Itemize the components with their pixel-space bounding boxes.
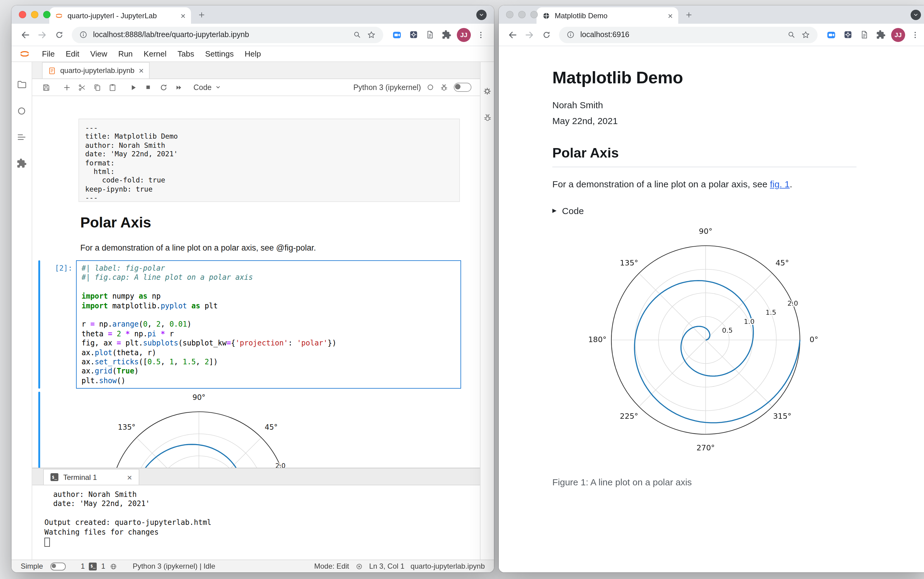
terminal-panel: Terminal 1 × author: Norah Smith date: '… bbox=[32, 468, 480, 559]
terminals-count[interactable]: 1 bbox=[80, 562, 85, 571]
cell-collapser[interactable] bbox=[38, 260, 40, 389]
cut-cell-button[interactable] bbox=[74, 80, 90, 95]
file-browser-icon[interactable] bbox=[16, 79, 27, 90]
toolbar-toggle-switch[interactable] bbox=[454, 83, 471, 92]
raw-yaml-cell[interactable]: --- title: Matplotlib Demo author: Norah… bbox=[78, 119, 460, 202]
add-cell-button[interactable] bbox=[59, 80, 74, 95]
rendered-document[interactable]: Matplotlib Demo Norah Smith May 22nd, 20… bbox=[499, 46, 924, 572]
menu-help[interactable]: Help bbox=[239, 49, 267, 58]
reload-button[interactable] bbox=[52, 27, 66, 42]
interrupt-kernel-button[interactable] bbox=[141, 80, 156, 95]
jupyterlab-menubar: FileEditViewRunKernelTabsSettingsHelp bbox=[11, 46, 494, 62]
browser-toolbar: localhost:8888/lab/tree/quarto-jupyterla… bbox=[11, 24, 494, 46]
kernel-name[interactable]: Python 3 (ipykernel) bbox=[353, 83, 421, 92]
browser-tab-jupyterlab[interactable]: quarto-jupyterl - JupyterLab × bbox=[49, 7, 191, 24]
copy-cell-button[interactable] bbox=[90, 80, 105, 95]
menu-tabs[interactable]: Tabs bbox=[172, 49, 200, 58]
yaml-frontmatter-text: --- title: Matplotlib Demo author: Norah… bbox=[85, 123, 453, 202]
bookmark-star-icon[interactable] bbox=[801, 30, 810, 39]
running-kernels-icon[interactable] bbox=[16, 106, 27, 116]
zoom-window-button[interactable] bbox=[530, 11, 538, 18]
save-button[interactable] bbox=[38, 80, 54, 95]
new-tab-button[interactable] bbox=[193, 7, 209, 23]
menu-run[interactable]: Run bbox=[113, 49, 138, 58]
preview-browser-window: Matplotlib Demo × localhost:6916 JJ bbox=[499, 5, 924, 572]
kernels-count[interactable]: 1 bbox=[101, 562, 105, 571]
terminal-status-text: Watching files for changes bbox=[44, 528, 480, 537]
kernel-status-icon[interactable] bbox=[427, 83, 434, 91]
cursor-position[interactable]: Ln 3, Col 1 bbox=[369, 562, 404, 571]
stop-icon bbox=[144, 83, 152, 91]
minimize-window-button[interactable] bbox=[518, 11, 526, 18]
close-terminal-icon[interactable]: × bbox=[127, 473, 132, 481]
run-cell-button[interactable] bbox=[125, 80, 141, 95]
menu-edit[interactable]: Edit bbox=[60, 49, 85, 58]
mode-indicator[interactable]: Mode: Edit bbox=[314, 562, 349, 571]
dark-extension-icon[interactable] bbox=[409, 30, 419, 39]
profile-avatar[interactable]: JJ bbox=[457, 28, 471, 42]
window-controls[interactable] bbox=[19, 11, 51, 18]
debugger-sidebar-bug-icon[interactable] bbox=[483, 113, 492, 122]
minimize-window-button[interactable] bbox=[31, 11, 38, 18]
profile-avatar[interactable]: JJ bbox=[891, 28, 905, 42]
site-info-icon[interactable] bbox=[566, 30, 575, 39]
forward-button[interactable] bbox=[522, 27, 536, 42]
property-inspector-gear-icon[interactable] bbox=[482, 87, 492, 96]
browser-menu-button[interactable] bbox=[908, 27, 922, 42]
debugger-bug-icon[interactable] bbox=[440, 83, 448, 92]
menu-kernel[interactable]: Kernel bbox=[138, 49, 172, 58]
arrow-right-icon bbox=[37, 29, 47, 40]
extensions-puzzle-icon[interactable] bbox=[442, 30, 451, 39]
code-cell-editor[interactable]: #| label: fig-polar#| fig.cap: A line pl… bbox=[76, 260, 461, 389]
address-bar[interactable]: localhost:8888/lab/tree/quarto-jupyterla… bbox=[72, 26, 383, 43]
bookmark-star-icon[interactable] bbox=[367, 30, 376, 39]
address-bar[interactable]: localhost:6916 bbox=[559, 26, 818, 43]
terminal-output[interactable]: author: Norah Smith date: 'May 22nd, 202… bbox=[32, 485, 480, 559]
close-window-button[interactable] bbox=[506, 11, 514, 18]
zoom-window-button[interactable] bbox=[43, 11, 51, 18]
paste-cell-button[interactable] bbox=[105, 80, 120, 95]
figure-link[interactable]: fig. 1 bbox=[770, 179, 790, 189]
back-button[interactable] bbox=[505, 27, 520, 42]
cell-type-dropdown[interactable]: Code bbox=[193, 83, 221, 92]
section-heading: Polar Axis bbox=[552, 146, 857, 167]
kernel-status-text[interactable]: Python 3 (ipykernel) | Idle bbox=[132, 562, 215, 571]
extension-manager-icon[interactable] bbox=[16, 158, 27, 168]
notebook-tab[interactable]: quarto-jupyterlab.ipynb × bbox=[42, 62, 150, 79]
document-extension-icon[interactable] bbox=[860, 30, 869, 39]
svg-text:135°: 135° bbox=[620, 258, 638, 267]
close-notebook-icon[interactable]: × bbox=[139, 66, 144, 75]
video-extension-icon[interactable] bbox=[826, 29, 836, 40]
table-of-contents-icon[interactable] bbox=[16, 132, 27, 142]
simple-mode-toggle[interactable] bbox=[50, 562, 65, 570]
forward-button[interactable] bbox=[35, 27, 49, 42]
restart-kernel-button[interactable] bbox=[156, 80, 171, 95]
browser-menu-button[interactable] bbox=[473, 27, 488, 42]
document-extension-icon[interactable] bbox=[425, 30, 435, 39]
browser-tab-preview[interactable]: Matplotlib Demo × bbox=[536, 7, 678, 24]
tab-search-button[interactable] bbox=[476, 10, 487, 20]
zoom-lens-icon[interactable] bbox=[353, 30, 361, 39]
reload-button[interactable] bbox=[539, 27, 554, 42]
zoom-lens-icon[interactable] bbox=[787, 30, 796, 39]
close-tab-icon[interactable]: × bbox=[181, 11, 186, 20]
terminal-tab[interactable]: Terminal 1 × bbox=[43, 469, 139, 485]
tab-search-button[interactable] bbox=[911, 10, 921, 20]
run-all-button[interactable] bbox=[171, 80, 186, 95]
video-extension-icon[interactable] bbox=[392, 29, 402, 40]
notebook-scroll-area[interactable]: --- title: Matplotlib Demo author: Norah… bbox=[32, 96, 480, 468]
menu-view[interactable]: View bbox=[85, 49, 113, 58]
menu-file[interactable]: File bbox=[36, 49, 60, 58]
new-tab-button[interactable] bbox=[681, 7, 697, 23]
notification-icon[interactable] bbox=[355, 562, 363, 570]
extensions-puzzle-icon[interactable] bbox=[876, 30, 886, 39]
window-controls[interactable] bbox=[506, 11, 538, 18]
close-tab-icon[interactable]: × bbox=[668, 11, 673, 20]
back-button[interactable] bbox=[18, 27, 32, 42]
dark-extension-icon[interactable] bbox=[843, 30, 853, 39]
menu-settings[interactable]: Settings bbox=[200, 49, 239, 58]
code-fold-toggle[interactable]: ▶ Code bbox=[552, 206, 857, 216]
output-collapser[interactable] bbox=[38, 392, 40, 468]
site-info-icon[interactable] bbox=[79, 30, 88, 39]
close-window-button[interactable] bbox=[19, 11, 26, 18]
